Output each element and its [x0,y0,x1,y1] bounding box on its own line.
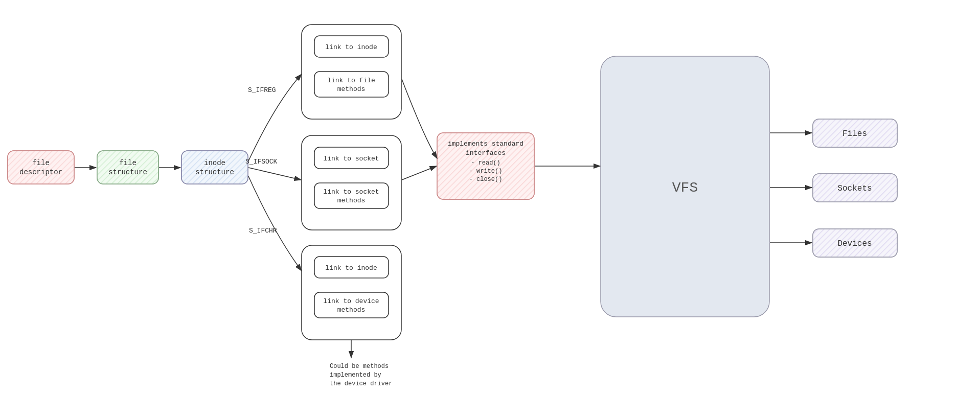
device-note: Could be methods [330,363,389,370]
link-to-file-methods-label: link to file [327,77,375,84]
svg-text:the device driver: the device driver [330,380,392,387]
svg-text:methods: methods [337,85,366,93]
svg-text:methods: methods [337,197,366,204]
svg-rect-10 [97,151,158,184]
link-to-device-methods-label: link to device [323,297,379,305]
svg-rect-7 [8,151,74,184]
inode-structure-label: inode [204,159,225,167]
file-descriptor-label: file [32,159,50,167]
s-ifsock-label: S_IFSOCK [245,158,278,166]
s-ifchr-label: S_IFCHR [249,227,277,235]
link-to-device-methods-box [314,292,389,318]
link-to-socket-label: link to socket [323,155,379,163]
svg-text:- write(): - write() [469,168,503,175]
implements-label: implements standard [448,140,523,148]
link-to-socket-methods-label: link to socket [323,188,379,196]
svg-text:- read(): - read() [471,159,500,167]
svg-text:methods: methods [337,306,366,314]
link-to-socket-methods-box [314,183,389,208]
svg-text:- close(): - close() [469,176,503,183]
file-structure-label: file [119,159,136,167]
files-label: Files [842,129,867,138]
link-to-inode2-label: link to inode [325,264,377,272]
s-ifreg-label: S_IFREG [248,86,276,94]
devices-label: Devices [837,239,872,248]
svg-text:structure: structure [195,168,234,176]
link-to-inode-label: link to inode [325,43,377,51]
svg-text:descriptor: descriptor [19,168,62,176]
vfs-label: VFS [672,180,698,196]
svg-text:interfaces: interfaces [466,149,506,157]
link-to-file-methods-box [314,72,389,97]
sockets-label: Sockets [837,184,872,193]
svg-text:structure: structure [108,168,147,176]
svg-text:implemented by: implemented by [330,372,381,379]
svg-rect-13 [181,151,248,184]
